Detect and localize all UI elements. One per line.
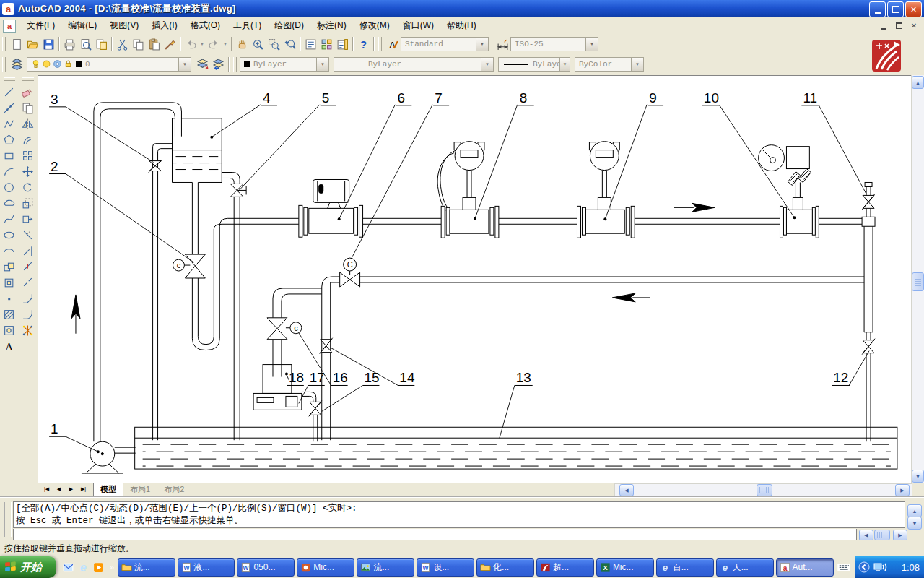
spline-icon[interactable] bbox=[0, 211, 17, 227]
canvas-vscrollbar[interactable]: ▲ ▼ bbox=[911, 75, 924, 483]
toolbar-grip[interactable] bbox=[2, 37, 6, 51]
menu-6[interactable]: 工具(T) bbox=[227, 17, 268, 34]
tool-palettes-icon[interactable] bbox=[334, 36, 350, 52]
design-center-icon[interactable] bbox=[318, 36, 334, 52]
menu-1[interactable]: 文件(F) bbox=[20, 17, 61, 34]
command-window-grab-bar[interactable] bbox=[4, 502, 12, 537]
array-icon[interactable] bbox=[19, 147, 36, 163]
line-icon[interactable] bbox=[0, 84, 17, 100]
toolbar-grip[interactable] bbox=[4, 77, 15, 81]
move-icon[interactable] bbox=[19, 163, 36, 179]
menu-5[interactable]: 格式(O) bbox=[184, 17, 227, 34]
toolbar-grip[interactable] bbox=[22, 77, 34, 81]
ellipse-arc-icon[interactable] bbox=[0, 243, 17, 259]
point-icon[interactable] bbox=[0, 290, 17, 306]
taskbar-button-8[interactable]: 超... bbox=[536, 558, 594, 577]
hscroll-thumb[interactable] bbox=[757, 484, 772, 496]
padlock-icon[interactable] bbox=[64, 59, 73, 69]
rectangle-icon[interactable] bbox=[0, 147, 17, 163]
taskbar-button-12[interactable]: aAut... bbox=[776, 558, 834, 577]
print-preview-icon[interactable] bbox=[77, 36, 93, 52]
cmd-scroll-up-icon[interactable]: ▲ bbox=[907, 504, 922, 517]
save-icon[interactable] bbox=[40, 36, 56, 52]
cmd-scroll-down-icon[interactable]: ▼ bbox=[907, 517, 922, 530]
menu-2[interactable]: 编辑(E) bbox=[61, 17, 103, 34]
layer-combo[interactable]: 0 ▼ bbox=[27, 57, 191, 72]
app-icon[interactable]: a bbox=[2, 3, 14, 15]
break-at-point-icon[interactable] bbox=[19, 259, 36, 275]
tab-布局2[interactable]: 布局2 bbox=[157, 483, 191, 496]
media-player-icon[interactable] bbox=[92, 561, 105, 574]
outlook-express-icon[interactable] bbox=[62, 561, 74, 574]
tab-first-icon[interactable]: |◀ bbox=[40, 483, 53, 495]
child-close-button[interactable]: ✕ bbox=[907, 20, 921, 33]
explode-icon[interactable] bbox=[19, 322, 36, 338]
tab-模型[interactable]: 模型 bbox=[93, 483, 123, 496]
taskbar-button-2[interactable]: W液... bbox=[178, 558, 235, 577]
linetype-combo[interactable]: ByLayer ▼ bbox=[334, 57, 494, 72]
text-icon[interactable]: A bbox=[0, 338, 17, 354]
vscroll-thumb[interactable] bbox=[912, 272, 924, 291]
menu-8[interactable]: 标注(N) bbox=[310, 17, 353, 34]
zoom-previous-icon[interactable] bbox=[282, 36, 297, 52]
tab-布局1[interactable]: 布局1 bbox=[123, 483, 157, 496]
make-layer-current-icon[interactable] bbox=[194, 56, 210, 72]
rotate-icon[interactable] bbox=[19, 179, 36, 195]
ellipse-icon[interactable] bbox=[0, 227, 17, 243]
arc-icon[interactable] bbox=[0, 163, 17, 179]
cut-icon[interactable] bbox=[114, 36, 130, 52]
document-icon[interactable]: a bbox=[3, 20, 16, 33]
mirror-icon[interactable] bbox=[19, 116, 36, 131]
layers-icon[interactable] bbox=[9, 56, 25, 72]
drawing-canvas[interactable]: 1 2 3 4 5 6 7 8 9 10 11 12 13 14 15 16 1… bbox=[38, 75, 911, 483]
text-style-combo[interactable]: Standard ▼ bbox=[401, 37, 489, 51]
menu-4[interactable]: 插入(I) bbox=[145, 17, 183, 34]
polygon-icon[interactable] bbox=[0, 131, 17, 147]
clock[interactable]: 1:08 bbox=[902, 562, 920, 573]
layer-previous-icon[interactable] bbox=[210, 56, 226, 72]
scroll-up-icon[interactable]: ▲ bbox=[912, 76, 924, 89]
stretch-icon[interactable] bbox=[19, 211, 36, 227]
lineweight-combo[interactable]: ByLayer ▼ bbox=[498, 57, 570, 72]
scroll-right-icon[interactable]: ▶ bbox=[895, 484, 910, 496]
offset-icon[interactable] bbox=[19, 131, 36, 147]
taskbar-button-3[interactable]: W050... bbox=[237, 558, 295, 577]
help-icon[interactable]: ? bbox=[355, 36, 371, 52]
taskbar-button-10[interactable]: e百... bbox=[656, 558, 714, 577]
layer-lock-icon[interactable] bbox=[53, 59, 62, 69]
menu-9[interactable]: 修改(M) bbox=[353, 17, 396, 34]
tab-last-icon[interactable]: ▶| bbox=[77, 483, 90, 495]
hide-icons-chevron-icon[interactable] bbox=[858, 561, 870, 573]
taskbar-button-7[interactable]: 化... bbox=[476, 558, 534, 577]
chevron-down-icon[interactable]: ▼ bbox=[316, 58, 328, 71]
insert-block-icon[interactable] bbox=[0, 259, 17, 275]
command-history[interactable]: [全部(A)/中心点(C)/动态(D)/范围(E)/上一个(P)/比例(S)/窗… bbox=[13, 501, 905, 528]
zoom-realtime-icon[interactable] bbox=[250, 36, 266, 52]
cmd-hscroll-thumb[interactable] bbox=[874, 530, 890, 540]
taskbar-button-5[interactable]: 流... bbox=[357, 558, 414, 577]
scale-icon[interactable] bbox=[19, 195, 36, 211]
plotstyle-combo[interactable]: ByColor ▼ bbox=[575, 57, 644, 72]
chevron-down-icon[interactable]: ▼ bbox=[631, 58, 643, 71]
taskbar-button-9[interactable]: XMic... bbox=[596, 558, 654, 577]
display-volume-icon[interactable] bbox=[873, 561, 888, 573]
color-combo[interactable]: ByLayer ▼ bbox=[240, 57, 329, 72]
new-icon[interactable] bbox=[9, 36, 25, 52]
menu-10[interactable]: 窗口(W) bbox=[396, 17, 440, 34]
erase-icon[interactable] bbox=[19, 84, 36, 100]
revision-cloud-icon[interactable] bbox=[0, 195, 17, 211]
match-properties-icon[interactable] bbox=[162, 36, 178, 52]
menu-11[interactable]: 帮助(H) bbox=[440, 17, 483, 34]
scroll-down-icon[interactable]: ▼ bbox=[912, 470, 924, 483]
undo-dropdown-icon[interactable]: ▼ bbox=[199, 36, 206, 52]
chevron-down-icon[interactable]: ▼ bbox=[481, 58, 493, 71]
extend-icon[interactable] bbox=[19, 243, 36, 259]
command-input[interactable] bbox=[13, 529, 857, 540]
break-icon[interactable] bbox=[19, 275, 36, 290]
minimize-button[interactable] bbox=[869, 1, 886, 17]
canvas-hscrollbar[interactable]: ◀ ▶ bbox=[614, 483, 912, 497]
publish-icon[interactable] bbox=[93, 36, 109, 52]
copy-object-icon[interactable] bbox=[19, 100, 36, 116]
construction-line-icon[interactable] bbox=[0, 100, 17, 116]
layer-on-icon[interactable] bbox=[31, 59, 40, 69]
